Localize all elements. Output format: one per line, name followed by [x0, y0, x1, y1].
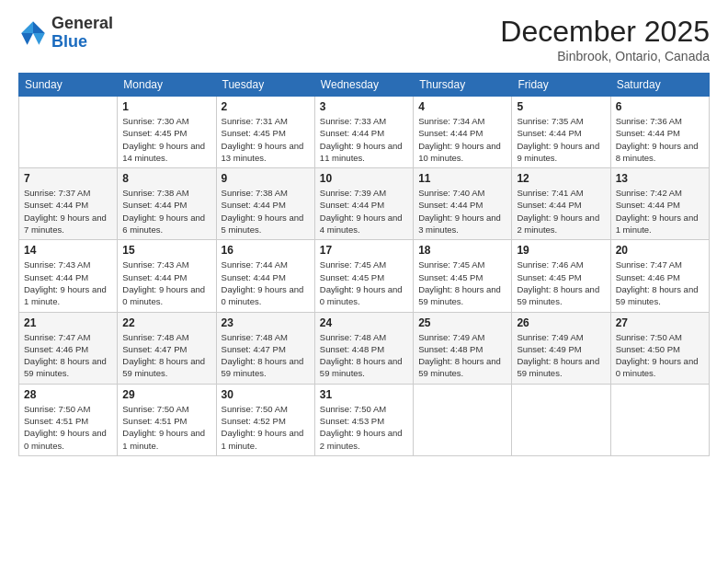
cell-info: Sunrise: 7:38 AMSunset: 4:44 PMDaylight:…	[222, 187, 310, 236]
cell-info: Sunrise: 7:44 AMSunset: 4:44 PMDaylight:…	[222, 259, 310, 307]
calendar-cell	[19, 97, 118, 168]
calendar-cell: 17Sunrise: 7:45 AMSunset: 4:45 PMDayligh…	[314, 240, 413, 312]
cell-day-number: 25	[418, 316, 506, 329]
calendar-cell: 18Sunrise: 7:45 AMSunset: 4:45 PMDayligh…	[414, 240, 512, 312]
logo-text: General Blue	[51, 15, 113, 52]
weekday-header-thursday: Thursday	[414, 74, 512, 97]
cell-day-number: 2	[222, 100, 310, 113]
cell-day-number: 30	[222, 388, 310, 401]
calendar-week-2: 7Sunrise: 7:37 AMSunset: 4:44 PMDaylight…	[19, 168, 710, 240]
calendar-cell	[512, 384, 610, 455]
calendar-cell: 6Sunrise: 7:36 AMSunset: 4:44 PMDaylight…	[610, 97, 709, 168]
cell-info: Sunrise: 7:35 AMSunset: 4:44 PMDaylight:…	[517, 115, 605, 164]
calendar-cell: 27Sunrise: 7:50 AMSunset: 4:50 PMDayligh…	[610, 312, 709, 384]
calendar-week-3: 14Sunrise: 7:43 AMSunset: 4:44 PMDayligh…	[19, 240, 710, 312]
calendar-cell: 15Sunrise: 7:43 AMSunset: 4:44 PMDayligh…	[118, 240, 216, 312]
cell-day-number: 3	[320, 100, 408, 113]
calendar-page: General Blue December 2025 Binbrook, Ont…	[0, 0, 728, 563]
weekday-header-saturday: Saturday	[610, 74, 709, 97]
weekday-header-row: SundayMondayTuesdayWednesdayThursdayFrid…	[19, 74, 710, 97]
cell-info: Sunrise: 7:48 AMSunset: 4:47 PMDaylight:…	[122, 331, 210, 380]
calendar-cell: 12Sunrise: 7:41 AMSunset: 4:44 PMDayligh…	[512, 168, 610, 240]
calendar-cell: 13Sunrise: 7:42 AMSunset: 4:44 PMDayligh…	[610, 168, 709, 240]
cell-info: Sunrise: 7:50 AMSunset: 4:51 PMDaylight:…	[24, 403, 112, 452]
calendar-cell: 1Sunrise: 7:30 AMSunset: 4:45 PMDaylight…	[118, 97, 216, 168]
cell-info: Sunrise: 7:34 AMSunset: 4:44 PMDaylight:…	[418, 115, 506, 164]
cell-day-number: 23	[222, 316, 310, 329]
svg-marker-0	[33, 21, 45, 33]
cell-info: Sunrise: 7:39 AMSunset: 4:44 PMDaylight:…	[320, 187, 408, 236]
cell-info: Sunrise: 7:43 AMSunset: 4:44 PMDaylight:…	[122, 259, 210, 307]
cell-info: Sunrise: 7:37 AMSunset: 4:44 PMDaylight:…	[24, 187, 112, 236]
calendar-cell	[414, 384, 512, 455]
cell-info: Sunrise: 7:41 AMSunset: 4:44 PMDaylight:…	[517, 187, 605, 236]
calendar-cell: 22Sunrise: 7:48 AMSunset: 4:47 PMDayligh…	[118, 312, 216, 384]
calendar-cell: 10Sunrise: 7:39 AMSunset: 4:44 PMDayligh…	[314, 168, 413, 240]
location: Binbrook, Ontario, Canada	[500, 49, 710, 63]
cell-info: Sunrise: 7:47 AMSunset: 4:46 PMDaylight:…	[616, 259, 704, 307]
cell-info: Sunrise: 7:40 AMSunset: 4:44 PMDaylight:…	[418, 187, 506, 236]
calendar-cell: 7Sunrise: 7:37 AMSunset: 4:44 PMDaylight…	[19, 168, 118, 240]
cell-info: Sunrise: 7:36 AMSunset: 4:44 PMDaylight:…	[616, 115, 704, 164]
cell-day-number: 8	[122, 172, 210, 185]
weekday-header-friday: Friday	[512, 74, 610, 97]
calendar-table: SundayMondayTuesdayWednesdayThursdayFrid…	[18, 73, 710, 456]
svg-marker-2	[33, 33, 45, 45]
cell-day-number: 27	[616, 316, 704, 329]
cell-day-number: 24	[320, 316, 408, 329]
cell-info: Sunrise: 7:47 AMSunset: 4:46 PMDaylight:…	[24, 331, 112, 380]
cell-info: Sunrise: 7:45 AMSunset: 4:45 PMDaylight:…	[418, 259, 506, 307]
cell-day-number: 29	[122, 388, 210, 401]
calendar-cell: 28Sunrise: 7:50 AMSunset: 4:51 PMDayligh…	[19, 384, 118, 455]
cell-day-number: 6	[616, 100, 704, 113]
page-header: General Blue December 2025 Binbrook, Ont…	[18, 15, 710, 63]
logo: General Blue	[18, 15, 113, 52]
calendar-cell: 9Sunrise: 7:38 AMSunset: 4:44 PMDaylight…	[216, 168, 314, 240]
calendar-cell: 4Sunrise: 7:34 AMSunset: 4:44 PMDaylight…	[414, 97, 512, 168]
calendar-week-5: 28Sunrise: 7:50 AMSunset: 4:51 PMDayligh…	[19, 384, 710, 455]
cell-day-number: 19	[517, 244, 605, 257]
calendar-cell: 19Sunrise: 7:46 AMSunset: 4:45 PMDayligh…	[512, 240, 610, 312]
calendar-cell: 2Sunrise: 7:31 AMSunset: 4:45 PMDaylight…	[216, 97, 314, 168]
calendar-cell: 14Sunrise: 7:43 AMSunset: 4:44 PMDayligh…	[19, 240, 118, 312]
calendar-cell: 23Sunrise: 7:48 AMSunset: 4:47 PMDayligh…	[216, 312, 314, 384]
logo-blue: Blue	[51, 33, 113, 52]
calendar-cell: 11Sunrise: 7:40 AMSunset: 4:44 PMDayligh…	[414, 168, 512, 240]
cell-day-number: 11	[418, 172, 506, 185]
cell-info: Sunrise: 7:50 AMSunset: 4:53 PMDaylight:…	[320, 403, 408, 452]
cell-info: Sunrise: 7:38 AMSunset: 4:44 PMDaylight:…	[122, 187, 210, 236]
weekday-header-wednesday: Wednesday	[314, 74, 413, 97]
cell-info: Sunrise: 7:45 AMSunset: 4:45 PMDaylight:…	[320, 259, 408, 307]
cell-day-number: 21	[24, 316, 112, 329]
cell-info: Sunrise: 7:31 AMSunset: 4:45 PMDaylight:…	[222, 115, 310, 164]
calendar-cell: 3Sunrise: 7:33 AMSunset: 4:44 PMDaylight…	[314, 97, 413, 168]
calendar-cell: 30Sunrise: 7:50 AMSunset: 4:52 PMDayligh…	[216, 384, 314, 455]
cell-day-number: 1	[122, 100, 210, 113]
cell-info: Sunrise: 7:46 AMSunset: 4:45 PMDaylight:…	[517, 259, 605, 307]
calendar-cell: 24Sunrise: 7:48 AMSunset: 4:48 PMDayligh…	[314, 312, 413, 384]
cell-day-number: 12	[517, 172, 605, 185]
cell-info: Sunrise: 7:50 AMSunset: 4:51 PMDaylight:…	[122, 403, 210, 452]
calendar-cell: 26Sunrise: 7:49 AMSunset: 4:49 PMDayligh…	[512, 312, 610, 384]
cell-day-number: 14	[24, 244, 112, 257]
calendar-cell: 21Sunrise: 7:47 AMSunset: 4:46 PMDayligh…	[19, 312, 118, 384]
cell-info: Sunrise: 7:48 AMSunset: 4:47 PMDaylight:…	[222, 331, 310, 380]
title-block: December 2025 Binbrook, Ontario, Canada	[500, 15, 710, 63]
calendar-week-1: 1Sunrise: 7:30 AMSunset: 4:45 PMDaylight…	[19, 97, 710, 168]
cell-day-number: 13	[616, 172, 704, 185]
cell-day-number: 10	[320, 172, 408, 185]
calendar-cell	[610, 384, 709, 455]
cell-day-number: 15	[122, 244, 210, 257]
cell-day-number: 9	[222, 172, 310, 185]
cell-day-number: 16	[222, 244, 310, 257]
cell-info: Sunrise: 7:49 AMSunset: 4:48 PMDaylight:…	[418, 331, 506, 380]
calendar-week-4: 21Sunrise: 7:47 AMSunset: 4:46 PMDayligh…	[19, 312, 710, 384]
cell-info: Sunrise: 7:50 AMSunset: 4:50 PMDaylight:…	[616, 331, 704, 380]
cell-day-number: 20	[616, 244, 704, 257]
cell-day-number: 26	[517, 316, 605, 329]
cell-day-number: 17	[320, 244, 408, 257]
calendar-cell: 20Sunrise: 7:47 AMSunset: 4:46 PMDayligh…	[610, 240, 709, 312]
month-title: December 2025	[500, 15, 710, 49]
cell-day-number: 22	[122, 316, 210, 329]
cell-day-number: 28	[24, 388, 112, 401]
